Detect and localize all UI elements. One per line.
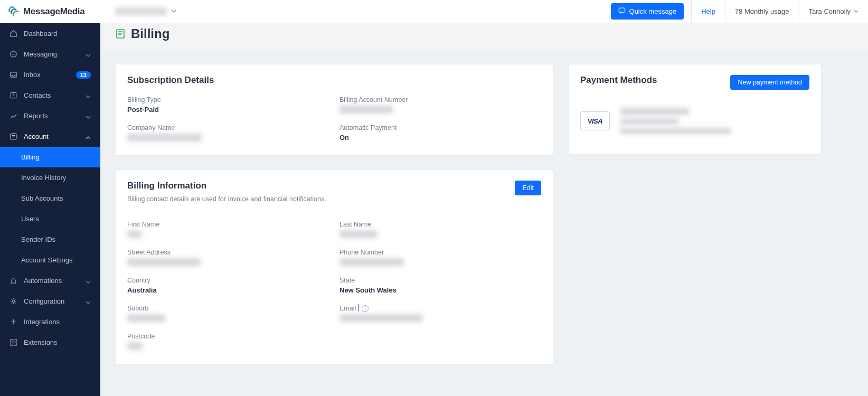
field-label: Phone Number: [339, 249, 541, 256]
svg-rect-12: [14, 340, 16, 342]
sidebar-item-automations[interactable]: Automations: [0, 270, 100, 291]
page-header: Billing: [100, 23, 868, 51]
inbox-badge: 13: [76, 71, 91, 79]
message-icon: [10, 50, 17, 58]
payment-methods-card: Payment Methods New payment method VISA …: [568, 64, 822, 155]
svg-rect-15: [117, 30, 124, 38]
field-value-redacted: RED: [127, 230, 141, 238]
field-street: Street Address REDACTED ADDRESS: [127, 249, 329, 266]
grid-icon: [10, 338, 17, 346]
sidebar-item-messaging[interactable]: Messaging: [0, 44, 100, 64]
sidebar-item-dashboard[interactable]: Dashboard: [0, 23, 100, 44]
svg-rect-13: [11, 343, 13, 345]
sidebar-sub-users[interactable]: Users: [0, 209, 100, 229]
field-last-name: Last Name REDACTED: [339, 221, 541, 238]
field-label: First Name: [127, 221, 329, 228]
sidebar-item-label: Reports: [24, 112, 48, 120]
field-label: Suburb: [127, 305, 329, 312]
card-brand-icon: VISA: [580, 111, 610, 130]
svg-point-10: [13, 321, 14, 322]
gear-icon: [10, 297, 17, 305]
field-account-number: Billing Account Number REDACTED0000: [339, 96, 541, 114]
field-billing-type: Billing Type Post-Paid: [127, 96, 329, 114]
field-label: Billing Type: [127, 96, 329, 103]
inbox-icon: [10, 71, 17, 79]
field-auto-payment: Automatic Payment On: [339, 124, 541, 142]
field-value-redacted: REDACTED EMAIL ADDR: [339, 314, 422, 322]
field-label: Street Address: [127, 249, 329, 256]
sidebar-sub-billing[interactable]: Billing: [0, 147, 100, 167]
field-value-redacted: REDACTED0000: [339, 106, 393, 114]
user-name: Tara Connolly: [809, 7, 851, 15]
field-value-redacted: REDACTED COMPANY: [127, 134, 202, 142]
sidebar-item-extensions[interactable]: Extensions: [0, 332, 100, 353]
sidebar-item-configuration[interactable]: Configuration: [0, 291, 100, 312]
message-icon: [618, 7, 626, 16]
col-right: Payment Methods New payment method VISA …: [568, 64, 822, 168]
billing-info-title: Billing Information: [127, 181, 326, 191]
brand[interactable]: MessageMedia: [0, 5, 106, 18]
field-value: On: [339, 134, 541, 142]
help-link[interactable]: Help: [691, 0, 725, 23]
usage-indicator[interactable]: 78 Monthly usage: [725, 0, 799, 23]
quick-message-label: Quick message: [629, 7, 677, 15]
sidebar-sub-account-settings[interactable]: Account Settings: [0, 250, 100, 270]
field-postcode: Postcode 0000: [127, 333, 329, 350]
integration-icon: [10, 318, 17, 326]
topbar: MessageMedia workspace name Quick messag…: [0, 0, 868, 23]
field-email: Email i REDACTED EMAIL ADDR: [339, 305, 541, 322]
chevron-down-icon: [86, 93, 91, 98]
billing-info-subtitle: Billing contact details are used for Inv…: [127, 195, 326, 203]
topbar-right: Quick message Help 78 Monthly usage Tara…: [611, 0, 868, 23]
sidebar-item-account[interactable]: Account: [0, 126, 100, 147]
field-value: Australia: [127, 286, 329, 294]
chevron-down-icon: [86, 299, 91, 304]
svg-rect-6: [11, 134, 16, 139]
edit-button[interactable]: Edit: [515, 181, 541, 195]
svg-rect-11: [11, 340, 13, 342]
text-cursor-icon: [358, 304, 359, 312]
sidebar-sub-sub-accounts[interactable]: Sub Accounts: [0, 188, 100, 209]
info-icon[interactable]: i: [362, 305, 369, 312]
home-icon: [10, 30, 17, 37]
subscription-card: Subscription Details Billing Type Post-P…: [115, 64, 553, 156]
payment-methods-title: Payment Methods: [580, 75, 657, 86]
field-value: New South Wales: [339, 286, 541, 294]
sidebar-item-label: Messaging: [24, 50, 57, 58]
contacts-icon: [10, 91, 17, 99]
field-label: Company Name: [127, 124, 329, 131]
field-label: Postcode: [127, 333, 329, 340]
sidebar-item-inbox[interactable]: Inbox 13: [0, 64, 100, 85]
sidebar-item-reports[interactable]: Reports: [0, 106, 100, 126]
sidebar-item-integrations[interactable]: Integrations: [0, 312, 100, 332]
field-label: Automatic Payment: [339, 124, 541, 131]
svg-point-5: [13, 94, 14, 96]
sidebar-item-label: Account: [24, 133, 49, 140]
field-first-name: First Name RED: [127, 221, 329, 238]
chevron-down-icon: [86, 114, 91, 119]
workspace-selector[interactable]: workspace name: [115, 7, 176, 15]
sidebar-sub-invoice-history[interactable]: Invoice History: [0, 167, 100, 188]
sidebar-sub-sender-ids[interactable]: Sender IDs: [0, 229, 100, 250]
content: Subscription Details Billing Type Post-P…: [100, 51, 868, 391]
chevron-down-icon: [171, 7, 176, 15]
sidebar-item-label: Automations: [24, 277, 62, 285]
quick-message-button[interactable]: Quick message: [611, 3, 684, 20]
field-label: Email i: [339, 305, 541, 312]
user-menu[interactable]: Tara Connolly: [799, 0, 869, 23]
chevron-up-icon: [86, 134, 91, 139]
sidebar-item-label: Configuration: [24, 297, 64, 305]
sidebar-item-contacts[interactable]: Contacts: [0, 85, 100, 106]
subscription-title: Subscription Details: [127, 75, 214, 86]
field-value-redacted: REDACTED PHONE: [339, 258, 404, 266]
field-value: Post-Paid: [127, 106, 329, 114]
chevron-down-icon: [86, 52, 91, 57]
chevron-down-icon: [854, 7, 858, 15]
new-payment-method-button[interactable]: New payment method: [730, 75, 809, 90]
chevron-down-icon: [86, 278, 91, 284]
billing-info-card: Billing Information Billing contact deta…: [115, 169, 553, 364]
sidebar-item-label: Dashboard: [24, 30, 58, 37]
field-company-name: Company Name REDACTED COMPANY: [127, 124, 329, 142]
billing-icon: [115, 29, 126, 39]
field-country: Country Australia: [127, 277, 329, 294]
